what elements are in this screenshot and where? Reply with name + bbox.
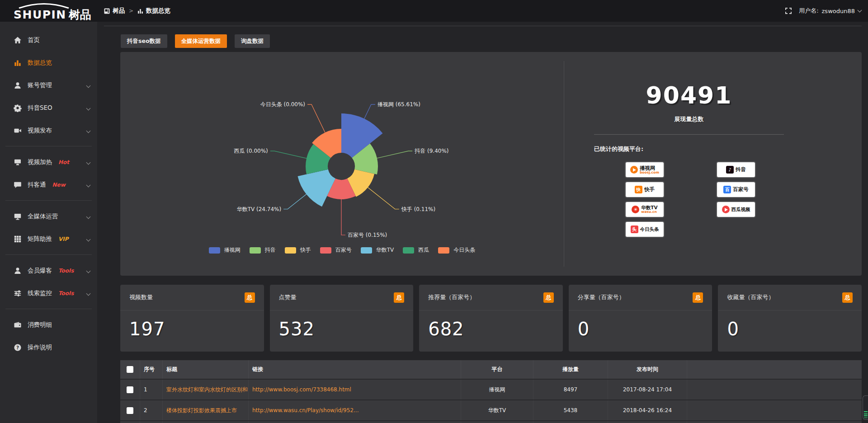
sidebar-item-2[interactable]: 数据总览 [0, 52, 97, 74]
chevron-down-icon [86, 160, 91, 164]
platform-column-2: ♪抖音百百家号西瓜视频 [717, 162, 755, 217]
legend-swatch [438, 247, 449, 254]
platform-badge-西瓜视频[interactable]: 西瓜视频 [717, 202, 755, 217]
select-all-checkbox[interactable] [127, 366, 133, 373]
total-badge[interactable]: 总 [842, 292, 853, 303]
table-cell [163, 421, 249, 423]
stat-card-title: 点赞量 [279, 293, 297, 301]
platform-badge-百家号[interactable]: 百百家号 [717, 182, 755, 197]
breadcrumb-root[interactable]: 树品 [104, 7, 125, 15]
platform-badge-今日头条[interactable]: 头今日头条 [626, 222, 664, 237]
tab-2[interactable]: 全媒体运营数据 [175, 34, 227, 48]
videos-table: 序号标题链接平台播放量发布时间1室外水纹灯和室内水纹灯的区别和简介http://… [120, 360, 862, 423]
table-cell[interactable]: http://www.boosj.com/7338468.html [249, 380, 461, 400]
sidebar-item-1[interactable]: 首页 [0, 29, 97, 52]
dashboard-page: SHUPIN 树品 树品 > 数据总览 用户名: zswodun88 首页 [0, 0, 868, 423]
total-badge[interactable]: 总 [394, 292, 404, 303]
sidebar-item-3[interactable]: 账号管理 [0, 74, 97, 97]
sidebar-item-5[interactable]: 视频发布 [0, 119, 97, 142]
platform-badge-播视网[interactable]: 播视网boosj.com [626, 162, 664, 177]
monitor-stand-icon [14, 158, 22, 166]
legend-swatch [250, 247, 261, 254]
platforms-title: 已统计的视频平台: [594, 145, 784, 153]
platform-badge-抖音[interactable]: ♪抖音 [717, 162, 755, 177]
chevron-down-icon [86, 291, 91, 296]
pie-label-抖音: 抖音 (9.40%) [414, 148, 448, 154]
tab-3[interactable]: 询盘数据 [235, 34, 270, 48]
stat-card-2: 点赞量总532 [270, 285, 414, 352]
user-menu[interactable]: 用户名: zswodun88 [799, 7, 861, 15]
sidebar-item-9[interactable]: 矩阵助推VIP [0, 228, 97, 250]
stat-card-value: 532 [270, 310, 414, 339]
row-checkbox[interactable] [127, 386, 133, 393]
table-header-cell: 序号 [140, 360, 163, 379]
row-checkbox[interactable] [127, 407, 133, 414]
sidebar-item-12[interactable]: 消费明细 [0, 314, 97, 336]
table-cell[interactable]: 楼体投影灯投影效果震撼上市 [163, 400, 249, 420]
platform-badge-快手[interactable]: 快快手 [626, 182, 664, 197]
sidebar-item-4[interactable]: 抖音SEO [0, 97, 97, 119]
scrollbar-widget[interactable] [863, 395, 868, 420]
stat-card-value: 682 [419, 310, 563, 339]
table-cell[interactable]: 室外水纹灯和室内水纹灯的区别和简介 [163, 380, 249, 400]
legend-item-西瓜[interactable]: 西瓜 [403, 246, 429, 254]
platform-badge-华数TV[interactable]: ✳华数TVwasu.cn [626, 202, 664, 217]
sidebar-item-10[interactable]: 会员爆客Tools [0, 259, 97, 282]
label-line-今日头条 [307, 104, 325, 132]
legend-label: 华数TV [376, 246, 394, 254]
platform-badge-text: 播视网boosj.com [640, 165, 659, 174]
sidebar-item-8[interactable]: 全媒体运营 [0, 205, 97, 228]
stat-card-title: 视频数量 [129, 293, 153, 301]
sidebar-item-6[interactable]: 视频加热Hot [0, 151, 97, 174]
member-icon [14, 267, 22, 275]
sidebar-item-label: 视频发布 [28, 127, 52, 135]
logo-text-en: SHUPIN [14, 8, 66, 21]
breadcrumb-current[interactable]: 数据总览 [137, 7, 170, 15]
bar-chart-icon [137, 8, 143, 14]
chevron-down-icon [86, 106, 91, 110]
stat-card-5: 收藏量（百家号）总0 [718, 285, 862, 352]
total-badge[interactable]: 总 [543, 292, 554, 303]
wallet-icon [14, 321, 22, 329]
app-logo[interactable]: SHUPIN 树品 [14, 2, 95, 21]
label-line-华数TV [283, 194, 306, 209]
table-cell: 5438 [533, 400, 608, 420]
total-badge[interactable]: 总 [693, 292, 703, 303]
table-cell[interactable]: http://www.wasu.cn/Play/show/id/952... [249, 400, 461, 420]
header-divider [104, 26, 862, 26]
legend-label: 抖音 [265, 246, 276, 254]
platform-column-1: 播视网boosj.com快快手✳华数TVwasu.cn头今日头条 [626, 162, 664, 237]
sidebar-item-7[interactable]: 抖客通New [0, 174, 97, 196]
sidebar-item-badge: Tools [58, 268, 74, 274]
legend-item-百家号[interactable]: 百家号 [320, 246, 352, 254]
chart-panel: 播视网 (65.61%)抖音 (9.40%)快手 (0.11%)百家号 (0.1… [120, 52, 862, 276]
play-triangle-icon [725, 208, 728, 212]
legend-item-抖音[interactable]: 抖音 [250, 246, 276, 254]
legend-item-播视网[interactable]: 播视网 [209, 246, 241, 254]
table-cell: 华数TV [461, 400, 533, 420]
table-cell [687, 380, 862, 400]
legend-item-快手[interactable]: 快手 [285, 246, 311, 254]
sidebar-item-13[interactable]: ?操作说明 [0, 336, 97, 359]
sliders-icon [14, 289, 22, 297]
username-value: zswodun88 [822, 8, 855, 14]
table-header-row: 序号标题链接平台播放量发布时间 [120, 360, 862, 379]
rose-chart[interactable]: 播视网 (65.61%)抖音 (9.40%)快手 (0.11%)百家号 (0.1… [120, 52, 564, 264]
tab-1[interactable]: 抖音seo数据 [121, 34, 167, 48]
sidebar-item-11[interactable]: 线索监控Tools [0, 282, 97, 305]
fullscreen-icon[interactable] [785, 8, 792, 14]
pie-slice-华数TV[interactable] [297, 169, 335, 207]
sidebar-item-label: 抖客通 [28, 181, 46, 189]
video-camera-icon [14, 127, 22, 135]
douyin-logo: ♪ [726, 166, 734, 174]
sidebar-item-label: 数据总览 [28, 59, 52, 67]
header-checkbox-cell [120, 360, 140, 379]
pie-label-播视网: 播视网 (65.61%) [377, 101, 420, 108]
table-cell [687, 421, 862, 423]
legend-item-华数TV[interactable]: 华数TV [361, 246, 394, 254]
legend-item-今日头条[interactable]: 今日头条 [438, 246, 475, 254]
chevron-down-icon [86, 128, 91, 133]
sidebar-item-label: 首页 [28, 36, 40, 44]
total-badge[interactable]: 总 [245, 292, 255, 303]
table-header-cell: 播放量 [533, 360, 608, 379]
